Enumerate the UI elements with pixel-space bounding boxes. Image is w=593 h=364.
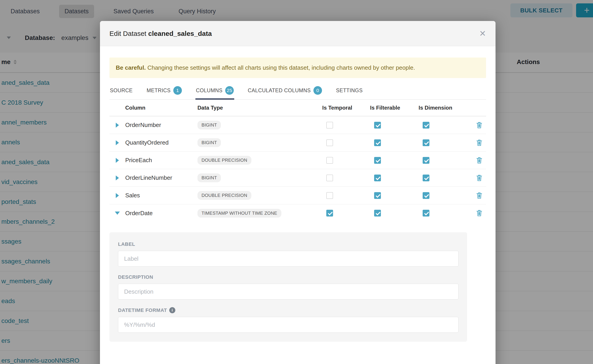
tab-count-badge: 0 [313, 86, 322, 95]
expand-caret-icon[interactable] [109, 158, 125, 163]
tab-settings[interactable]: SETTINGS [336, 85, 363, 99]
column-row: OrderDate TIMESTAMP WITHOUT TIME ZONE [109, 204, 486, 222]
is-dimension-checkbox[interactable] [423, 157, 429, 164]
datetime-format-field-label: DATETIME FORMAT i [118, 307, 459, 313]
is-filterable-checkbox[interactable] [374, 139, 381, 146]
columns-table-header: Column Data Type Is Temporal Is Filterab… [109, 100, 486, 116]
warning-banner: Be careful. Changing these settings will… [109, 58, 486, 78]
column-name: OrderLineNumber [125, 174, 198, 181]
data-type-badge: BIGINT [198, 121, 221, 130]
data-type-badge: TIMESTAMP WITHOUT TIME ZONE [198, 209, 281, 218]
is-temporal-checkbox[interactable] [326, 139, 333, 146]
tab-columns[interactable]: COLUMNS 25 [195, 85, 234, 99]
column-name: OrderNumber [125, 122, 198, 129]
is-temporal-header: Is Temporal [320, 105, 368, 111]
column-name: QuantityOrdered [125, 139, 198, 146]
warning-text: Changing these settings will affect all … [146, 64, 415, 71]
column-header: Column [125, 105, 198, 111]
column-row: Sales DOUBLE PRECISION [109, 187, 486, 204]
is-filterable-checkbox[interactable] [374, 157, 381, 164]
data-type-badge: DOUBLE PRECISION [198, 156, 251, 165]
data-type-badge: BIGINT [198, 138, 221, 147]
is-temporal-checkbox[interactable] [326, 122, 333, 129]
column-row: QuantityOrdered BIGINT [109, 134, 486, 152]
expand-caret-icon[interactable] [109, 123, 125, 128]
modal-header: Edit Dataset cleaned_sales_data ✕ [100, 21, 495, 46]
expand-caret-icon[interactable] [109, 193, 125, 198]
close-icon[interactable]: ✕ [479, 30, 486, 38]
edit-dataset-modal: Edit Dataset cleaned_sales_data ✕ Be car… [100, 21, 495, 364]
delete-column-icon[interactable] [473, 174, 486, 182]
warning-bold-text: Be careful. [116, 64, 146, 71]
label-field-label: LABEL [118, 241, 459, 247]
column-row: OrderLineNumber BIGINT [109, 169, 486, 187]
is-dimension-header: Is Dimension [417, 105, 466, 111]
is-filterable-checkbox[interactable] [374, 175, 381, 181]
collapse-caret-icon[interactable] [109, 212, 125, 215]
column-name: Sales [125, 192, 198, 199]
delete-column-icon[interactable] [473, 139, 486, 146]
data-type-badge: BIGINT [198, 173, 221, 182]
data-type-badge: DOUBLE PRECISION [198, 191, 251, 200]
is-dimension-checkbox[interactable] [423, 192, 429, 199]
is-temporal-checkbox[interactable] [326, 192, 333, 199]
column-name: PriceEach [125, 157, 198, 164]
delete-column-icon[interactable] [473, 122, 486, 129]
delete-column-icon[interactable] [473, 192, 486, 199]
label-input[interactable] [118, 251, 459, 266]
is-dimension-checkbox[interactable] [423, 139, 429, 146]
tab-calculated-columns[interactable]: CALCULATED COLUMNS 0 [247, 85, 323, 99]
column-detail-panel: LABEL DESCRIPTION DATETIME FORMAT i [109, 232, 467, 342]
modal-title: Edit Dataset cleaned_sales_data [109, 30, 212, 38]
tab-source[interactable]: SOURCE [109, 85, 133, 99]
description-field-label: DESCRIPTION [118, 274, 459, 280]
is-temporal-checkbox[interactable] [326, 175, 333, 181]
tab-metrics[interactable]: METRICS 1 [146, 85, 182, 99]
is-filterable-checkbox[interactable] [374, 122, 381, 129]
delete-column-icon[interactable] [473, 157, 486, 164]
expand-caret-icon[interactable] [109, 140, 125, 145]
column-row: PriceEach DOUBLE PRECISION [109, 152, 486, 169]
is-dimension-checkbox[interactable] [423, 122, 429, 129]
is-filterable-checkbox[interactable] [374, 210, 381, 216]
expand-caret-icon[interactable] [109, 176, 125, 180]
modal-tabs: SOURCE METRICS 1 COLUMNS 25 CALCULATED C… [109, 85, 486, 100]
modal-title-dataset-name: cleaned_sales_data [148, 30, 212, 37]
is-temporal-checkbox[interactable] [326, 210, 333, 216]
modal-title-prefix: Edit Dataset [109, 30, 146, 37]
is-filterable-checkbox[interactable] [374, 192, 381, 199]
datetime-format-input[interactable] [118, 317, 459, 333]
is-dimension-checkbox[interactable] [423, 210, 429, 216]
is-filterable-header: Is Filterable [368, 105, 417, 111]
column-name: OrderDate [125, 210, 198, 217]
tab-count-badge: 1 [173, 86, 182, 95]
is-dimension-checkbox[interactable] [423, 175, 429, 181]
tab-count-badge: 25 [225, 86, 234, 95]
info-icon[interactable]: i [169, 307, 175, 313]
is-temporal-checkbox[interactable] [326, 157, 333, 164]
data-type-header: Data Type [198, 105, 320, 111]
description-input[interactable] [118, 284, 459, 299]
column-row: OrderNumber BIGINT [109, 116, 486, 134]
delete-column-icon[interactable] [473, 209, 486, 217]
